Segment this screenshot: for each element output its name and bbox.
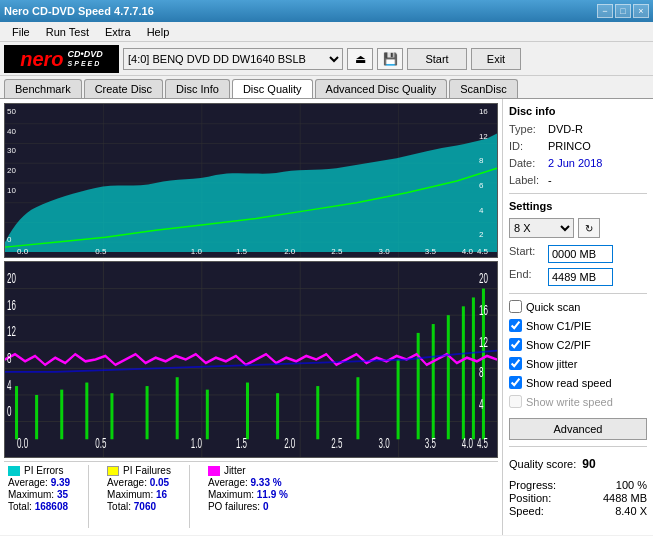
- minimize-button[interactable]: −: [597, 4, 613, 18]
- disc-label-value: -: [548, 174, 552, 186]
- svg-text:3.5: 3.5: [425, 247, 437, 256]
- progress-label: Progress:: [509, 479, 556, 491]
- pi-errors-maximum: Maximum: 35: [8, 489, 70, 500]
- show-c2-checkbox[interactable]: [509, 338, 522, 351]
- titlebar: Nero CD-DVD Speed 4.7.7.16 − □ ×: [0, 0, 653, 22]
- end-mb-input[interactable]: [548, 268, 613, 286]
- svg-rect-46: [35, 395, 38, 439]
- pi-failures-maximum: Maximum: 16: [107, 489, 171, 500]
- show-jitter-checkbox[interactable]: [509, 357, 522, 370]
- svg-text:12: 12: [479, 132, 489, 141]
- start-button[interactable]: Start: [407, 48, 467, 70]
- svg-rect-61: [462, 306, 465, 439]
- speed-row: Speed: 8.40 X: [509, 505, 647, 517]
- jitter-po-val: 0: [263, 501, 269, 512]
- legend-jitter: Jitter Average: 9.33 % Maximum: 11.9 % P…: [208, 465, 288, 528]
- svg-text:2.0: 2.0: [284, 436, 295, 451]
- show-write-speed-checkbox[interactable]: [509, 395, 522, 408]
- speed-selector[interactable]: 8 X 4 X 2 X Maximum: [509, 218, 574, 238]
- menu-file[interactable]: File: [4, 24, 38, 40]
- pi-errors-legend-title: PI Errors: [8, 465, 70, 476]
- main-content: 50 40 30 20 10 0 16 12 8 6 4 2 0.0 0.5 1…: [0, 99, 653, 535]
- svg-rect-47: [60, 390, 63, 440]
- svg-rect-49: [110, 393, 113, 439]
- show-c2-row: Show C2/PIF: [509, 338, 647, 351]
- menu-help[interactable]: Help: [139, 24, 178, 40]
- disc-info-title: Disc info: [509, 105, 647, 117]
- svg-text:2.5: 2.5: [331, 436, 342, 451]
- progress-row: Progress: 100 %: [509, 479, 647, 491]
- jitter-average: Average: 9.33 %: [208, 477, 288, 488]
- speed-label: Speed:: [509, 505, 544, 517]
- svg-text:30: 30: [7, 146, 17, 155]
- position-row: Position: 4488 MB: [509, 492, 647, 504]
- eject-button[interactable]: ⏏: [347, 48, 373, 70]
- svg-text:4: 4: [479, 206, 484, 215]
- svg-text:3.0: 3.0: [379, 436, 390, 451]
- tab-disc-quality[interactable]: Disc Quality: [232, 79, 313, 98]
- show-c1-label: Show C1/PIE: [526, 320, 591, 332]
- show-write-speed-row: Show write speed: [509, 395, 647, 408]
- svg-rect-45: [15, 386, 18, 439]
- end-mb-label: End:: [509, 268, 544, 286]
- svg-text:40: 40: [7, 127, 17, 136]
- quick-scan-checkbox[interactable]: [509, 300, 522, 313]
- svg-text:20: 20: [479, 271, 488, 286]
- bottom-chart: 20 16 12 8 4 0 20 16 12 8 4 0.0 0.5 1.0 …: [4, 261, 498, 458]
- menu-extra[interactable]: Extra: [97, 24, 139, 40]
- svg-rect-55: [316, 386, 319, 439]
- quality-score-label: Quality score:: [509, 458, 576, 470]
- maximize-button[interactable]: □: [615, 4, 631, 18]
- refresh-button[interactable]: ↻: [578, 218, 600, 238]
- svg-rect-60: [447, 315, 450, 439]
- divider-1: [509, 193, 647, 194]
- pi-errors-max-val: 35: [57, 489, 68, 500]
- device-selector[interactable]: [4:0] BENQ DVD DD DW1640 BSLB: [123, 48, 343, 70]
- svg-text:12: 12: [7, 324, 16, 339]
- svg-text:1.0: 1.0: [191, 247, 203, 256]
- pi-failures-average: Average: 0.05: [107, 477, 171, 488]
- svg-text:4.0: 4.0: [462, 436, 473, 451]
- tab-benchmark[interactable]: Benchmark: [4, 79, 82, 98]
- svg-rect-58: [417, 333, 420, 439]
- titlebar-title: Nero CD-DVD Speed 4.7.7.16: [4, 5, 154, 17]
- pi-errors-average-val: 9.39: [51, 477, 70, 488]
- svg-text:0.0: 0.0: [17, 247, 29, 256]
- svg-text:0: 0: [7, 404, 11, 419]
- pi-failures-max-val: 16: [156, 489, 167, 500]
- disc-date-value: 2 Jun 2018: [548, 157, 602, 169]
- svg-rect-54: [276, 393, 279, 439]
- quick-scan-row: Quick scan: [509, 300, 647, 313]
- show-c2-label: Show C2/PIF: [526, 339, 591, 351]
- tab-disc-info[interactable]: Disc Info: [165, 79, 230, 98]
- show-c1-row: Show C1/PIE: [509, 319, 647, 332]
- disc-label-row: Label: -: [509, 174, 647, 186]
- show-c1-checkbox[interactable]: [509, 319, 522, 332]
- close-button[interactable]: ×: [633, 4, 649, 18]
- advanced-button[interactable]: Advanced: [509, 418, 647, 440]
- divider-3: [509, 446, 647, 447]
- jitter-maximum: Maximum: 11.9 %: [208, 489, 288, 500]
- pi-errors-total-val: 168608: [35, 501, 68, 512]
- legend-pi-errors: PI Errors Average: 9.39 Maximum: 35 Tota…: [8, 465, 70, 528]
- svg-rect-56: [356, 377, 359, 439]
- menu-run-test[interactable]: Run Test: [38, 24, 97, 40]
- menubar: File Run Test Extra Help: [0, 22, 653, 42]
- svg-rect-59: [432, 324, 435, 439]
- tab-bar: Benchmark Create Disc Disc Info Disc Qua…: [0, 76, 653, 99]
- quality-score-row: Quality score: 90: [509, 457, 647, 471]
- exit-button[interactable]: Exit: [471, 48, 521, 70]
- save-button[interactable]: 💾: [377, 48, 403, 70]
- settings-title: Settings: [509, 200, 647, 212]
- start-mb-input[interactable]: [548, 245, 613, 263]
- disc-id-row: ID: PRINCO: [509, 140, 647, 152]
- svg-text:3.5: 3.5: [425, 436, 436, 451]
- progress-value: 100 %: [616, 479, 647, 491]
- legend: PI Errors Average: 9.39 Maximum: 35 Tota…: [4, 461, 498, 531]
- pi-failures-total: Total: 7060: [107, 501, 171, 512]
- svg-text:50: 50: [7, 107, 17, 116]
- tab-create-disc[interactable]: Create Disc: [84, 79, 163, 98]
- tab-advanced-disc-quality[interactable]: Advanced Disc Quality: [315, 79, 448, 98]
- tab-scandisc[interactable]: ScanDisc: [449, 79, 517, 98]
- show-read-speed-checkbox[interactable]: [509, 376, 522, 389]
